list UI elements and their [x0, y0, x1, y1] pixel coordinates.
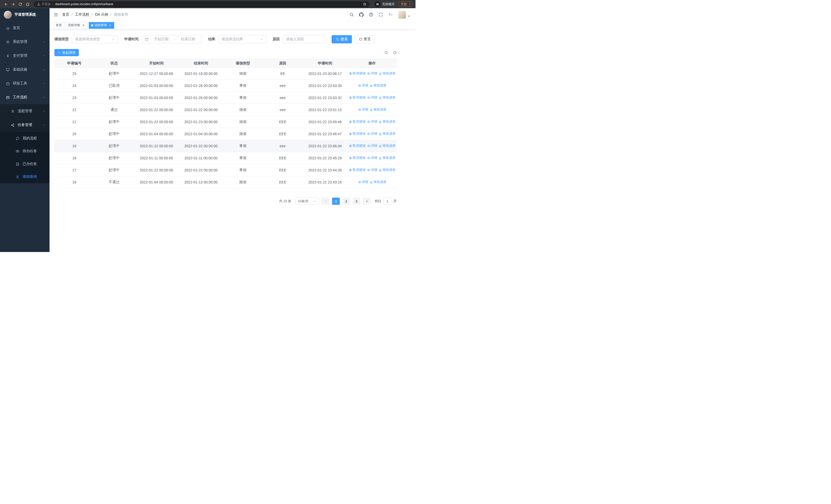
progress-link[interactable]: 审批进度 — [379, 144, 396, 148]
table-row[interactable]: 20处理中2022-01-04 00:00:002022-01-04 00:00… — [54, 128, 397, 140]
table-row[interactable]: 16不通过2022-01-04 00:00:002022-01-13 00:00… — [54, 176, 397, 188]
cell-leave-type: 病假 — [223, 68, 263, 80]
apply-time-range-picker[interactable]: 开始日期 - 结束日期 — [142, 35, 202, 43]
detail-link[interactable]: 详情 — [367, 95, 377, 100]
progress-link[interactable]: 审批进度 — [379, 95, 396, 100]
browser-reload-button[interactable] — [17, 1, 24, 7]
breadcrumb-item[interactable]: OA 示例 — [95, 12, 108, 17]
refresh-table-icon[interactable] — [393, 51, 397, 55]
cancel-leave-link[interactable]: 取消请假 — [349, 120, 366, 124]
page-button-2[interactable]: 2 — [342, 198, 350, 205]
table-row[interactable]: 19处理中2022-01-22 00:00:002022-01-22 00:00… — [54, 140, 397, 152]
help-icon[interactable] — [369, 12, 373, 17]
sidebar-item[interactable]: 待办任务 — [0, 145, 50, 157]
sidebar-item[interactable]: 研发工具 — [0, 77, 50, 90]
tab[interactable]: 请假查询× — [89, 22, 114, 29]
sidebar-item[interactable]: 任务管理 — [0, 118, 50, 132]
close-icon[interactable]: × — [108, 24, 112, 27]
progress-link[interactable]: 审批进度 — [370, 180, 386, 184]
user-menu[interactable] — [398, 11, 411, 19]
reset-button[interactable]: 重置 — [355, 35, 375, 43]
search-icon[interactable] — [349, 12, 354, 17]
detail-link[interactable]: 详情 — [367, 71, 377, 76]
search-button[interactable]: 搜索 — [332, 35, 352, 43]
cancel-leave-link[interactable]: 取消请假 — [349, 156, 366, 160]
detail-link[interactable]: 详情 — [367, 156, 377, 160]
breadcrumb-item[interactable]: 首页 — [62, 12, 69, 17]
security-chip[interactable]: 不安全 — [37, 2, 51, 6]
leave-type-select[interactable]: 请选择请假类型 — [72, 35, 118, 43]
cancel-leave-link[interactable]: 取消请假 — [349, 144, 366, 148]
detail-link[interactable]: 详情 — [367, 120, 377, 124]
progress-link[interactable]: 审批进度 — [379, 168, 396, 172]
detail-link[interactable]: 详情 — [367, 168, 377, 172]
prev-page-button[interactable] — [322, 198, 329, 205]
sidebar-item-label: 待办任务 — [23, 149, 46, 153]
sidebar-item[interactable]: 系统管理 — [0, 35, 50, 49]
cell-leave-type: 病假 — [223, 116, 263, 128]
address-bar[interactable]: 不安全 dashboard.yudao.iocoder.cn/bpm/oa/le… — [34, 1, 370, 7]
sidebar-item[interactable]: 请假查询 — [0, 170, 50, 183]
browser-forward-button[interactable] — [10, 1, 17, 7]
sidebar-item[interactable]: 我的流程 — [0, 132, 50, 145]
fullscreen-icon[interactable] — [378, 12, 383, 17]
reason-input[interactable]: 请输入原因 — [283, 35, 325, 43]
cancel-leave-link[interactable]: 取消请假 — [349, 71, 366, 76]
page-button-3[interactable]: 3 — [353, 198, 360, 205]
progress-link[interactable]: 审批进度 — [379, 131, 396, 136]
table-row[interactable]: 18处理中2022-01-11 00:00:002022-01-11 00:00… — [54, 152, 397, 164]
sidebar-toggle-icon[interactable] — [54, 12, 58, 17]
sidebar-item[interactable]: 基础设施 — [0, 63, 50, 77]
table-row[interactable]: 23处理中2022-01-03 00:00:002022-01-26 00:00… — [54, 92, 397, 104]
cancel-leave-link[interactable]: 取消请假 — [349, 95, 366, 100]
detail-link[interactable]: 详情 — [367, 144, 377, 148]
result-select[interactable]: 请选择流结果 — [219, 35, 266, 43]
table-row[interactable]: 21处理中2022-01-22 00:00:002022-01-23 00:00… — [54, 116, 397, 128]
detail-link[interactable]: 详情 — [367, 131, 377, 136]
sidebar-item[interactable]: 支付管理 — [0, 49, 50, 63]
bookmark-star-icon[interactable] — [363, 2, 367, 6]
menu-dots-icon[interactable] — [408, 2, 412, 6]
table-row[interactable]: 24已取消2022-01-03 00:00:002022-01-26 00:00… — [54, 80, 397, 92]
browser-home-button[interactable] — [24, 1, 31, 7]
avatar[interactable] — [398, 11, 406, 19]
progress-link[interactable]: 审批进度 — [370, 83, 386, 88]
user-icon — [15, 175, 20, 179]
toggle-search-icon[interactable] — [384, 51, 388, 55]
create-leave-button[interactable]: 发起请假 — [54, 49, 79, 56]
create-leave-label: 发起请假 — [62, 50, 76, 55]
cancel-leave-link[interactable]: 取消请假 — [349, 168, 366, 172]
cell-apply-id: 19 — [54, 140, 94, 152]
font-size-icon[interactable]: TT — [388, 12, 393, 17]
breadcrumb-separator: / — [110, 12, 111, 17]
next-page-button[interactable] — [363, 198, 371, 205]
progress-link[interactable]: 审批进度 — [379, 156, 396, 160]
github-icon[interactable] — [359, 12, 364, 17]
close-icon[interactable]: × — [82, 24, 85, 27]
progress-label: 审批进度 — [383, 144, 396, 148]
breadcrumb-item[interactable]: 工作流程 — [75, 12, 89, 17]
cancel-leave-link[interactable]: 取消请假 — [349, 131, 366, 136]
goto-page-input[interactable] — [383, 198, 392, 205]
tab[interactable]: 流程详情× — [65, 22, 87, 29]
sidebar-item[interactable]: 流程管理 — [0, 104, 50, 118]
page-button-1[interactable]: 1 — [332, 198, 340, 205]
cell-apply-id: 18 — [54, 152, 94, 164]
sidebar-item[interactable]: 首页 — [0, 21, 50, 35]
detail-link[interactable]: 详情 — [358, 108, 368, 112]
table-row[interactable]: 25处理中2021-12-27 00:00:002022-01-19 00:00… — [54, 68, 397, 80]
progress-link[interactable]: 审批进度 — [379, 71, 396, 76]
sidebar-item[interactable]: 工作流程 — [0, 90, 50, 104]
sidebar-item[interactable]: 已办任务 — [0, 157, 50, 170]
page-size-select[interactable]: 10条/页 — [295, 198, 319, 205]
browser-update-button[interactable]: 更新 — [398, 1, 413, 7]
detail-link[interactable]: 详情 — [358, 83, 368, 88]
detail-link[interactable]: 详情 — [358, 180, 368, 184]
table-row[interactable]: 22通过2022-01-22 00:00:002022-01-22 00:00:… — [54, 104, 397, 116]
browser-back-button[interactable] — [3, 1, 9, 7]
table-row[interactable]: 17处理中2022-01-22 00:00:002022-01-22 00:00… — [54, 164, 397, 176]
progress-link[interactable]: 审批进度 — [370, 108, 386, 112]
progress-link[interactable]: 审批进度 — [379, 120, 396, 124]
tab[interactable]: 首页 — [53, 22, 64, 29]
incognito-glyph-icon — [376, 2, 379, 6]
